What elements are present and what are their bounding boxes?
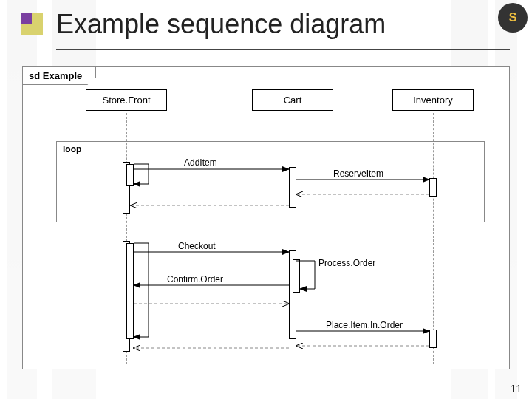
activation-bar [289,167,296,208]
message-label-placeitem: Place.Item.In.Order [326,320,403,330]
logo-letter: S [509,11,517,24]
slide: Example sequence diagram S sd Example St… [0,0,532,399]
loop-fragment: loop [56,141,485,222]
activation-bar [429,330,437,348]
frame-label: sd Example [22,66,96,85]
message-label-additem: AddItem [184,157,217,168]
title-underline [56,49,510,50]
title-bar: Example sequence diagram [21,9,386,40]
activation-bar [126,243,134,339]
message-label-checkout: Checkout [178,241,216,251]
activation-bar [429,178,437,197]
message-label-processorder: Process.Order [318,258,375,268]
slide-title: Example sequence diagram [56,9,386,40]
sequence-diagram-frame: sd Example Store.Front Cart Inventory lo… [22,66,510,369]
title-bullet-icon [21,13,43,35]
message-label-reserveitem: ReserveItem [333,168,383,179]
activation-bar [126,164,134,186]
lifeline-head-inventory: Inventory [392,89,474,111]
logo-badge: S [498,3,528,33]
message-label-confirmorder: Confirm.Order [167,274,223,284]
lifeline-head-cart: Cart [252,89,333,111]
activation-bar [293,259,300,293]
page-number: 11 [510,383,522,395]
lifeline-head-storefront: Store.Front [86,89,167,111]
loop-label: loop [56,141,95,157]
